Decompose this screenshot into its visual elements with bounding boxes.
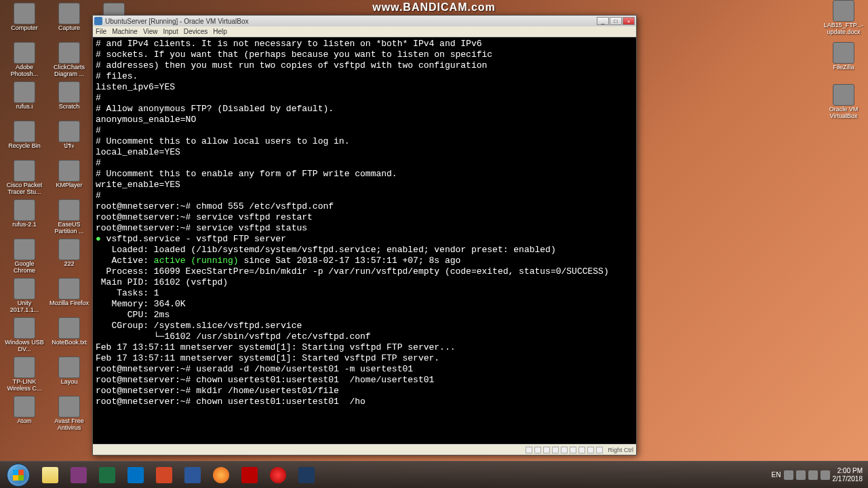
desktop-icon[interactable]: TP-LINK Wireless C... [3, 357, 46, 394]
desktop-icon[interactable]: rufus.i [3, 81, 46, 119]
desktop-icon[interactable]: Layou [47, 357, 91, 394]
start-button[interactable] [0, 462, 37, 489]
taskbar-ppt[interactable] [151, 464, 178, 486]
desktop-icon-image [14, 317, 35, 339]
desktop-icon[interactable]: Scratch [47, 81, 91, 119]
tray-action-center-icon[interactable] [796, 470, 806, 480]
terminal-line: root@mnetserver:~# useradd -d /home/user… [96, 364, 633, 375]
terminal-line: # [96, 125, 633, 136]
menu-machine[interactable]: Machine [112, 28, 138, 35]
terminal-line: # sockets. If you want that (perhaps bec… [96, 49, 633, 60]
terminal-line: root@mnetserver:~# chown usertest01:user… [96, 375, 633, 386]
desktop-icon-label: LAB15_FTP...-update.docx [823, 22, 865, 36]
desktop-icon-label: Adobe Photosh... [3, 64, 45, 78]
desktop-icon[interactable]: Capture [47, 3, 91, 41]
taskbar-onenote[interactable] [65, 464, 92, 486]
desktop-icon-label: Mozilla Firefox [50, 300, 89, 307]
terminal-line: # [96, 93, 633, 104]
system-tray[interactable]: EN 2:00 PM 2/17/2018 [772, 462, 868, 488]
tray-language[interactable]: EN [772, 471, 781, 479]
taskbar-opera[interactable] [264, 464, 292, 486]
taskbar-clock[interactable]: 2:00 PM 2/17/2018 [833, 467, 863, 483]
desktop-icon-label: Cisco Packet Tracer Stu... [3, 182, 45, 196]
taskbar-explorer[interactable] [37, 464, 64, 486]
terminal-line: Feb 17 13:57:11 mnetserver systemd[1]: S… [96, 353, 633, 364]
desktop-icon[interactable]: ClickCharts Diagram ... [47, 42, 91, 80]
desktop-icon[interactable]: Google Chrome [3, 239, 46, 277]
taskbar-vbox[interactable] [293, 464, 320, 486]
terminal-line: local_enable=YES [96, 147, 633, 158]
desktop-icon-image [14, 357, 35, 378]
optical-icon [534, 447, 541, 453]
desktop-icon-label: ClickCharts Diagram ... [48, 64, 90, 78]
tray-network-icon[interactable] [808, 470, 818, 480]
desktop-icon[interactable]: LAB15_FTP...-update.docx [822, 0, 865, 38]
desktop-icon[interactable]: 222 [47, 239, 91, 277]
taskbar-items [37, 462, 320, 488]
desktop-icon[interactable]: ประ [47, 121, 91, 159]
taskbar-excel[interactable] [94, 464, 121, 486]
minimize-button[interactable]: _ [597, 17, 609, 25]
tray-flag-icon[interactable] [784, 470, 793, 480]
windows-taskbar: EN 2:00 PM 2/17/2018 [0, 461, 868, 488]
terminal-output[interactable]: # and IPv4 clients. It is not necessary … [93, 37, 636, 444]
desktop-icons-right: LAB15_FTP...-update.docxFileZillaOracle … [822, 0, 865, 122]
cpu-icon [587, 447, 594, 453]
desktop-icon[interactable]: Avast Free Antivirus [47, 396, 91, 434]
menu-view[interactable]: View [143, 28, 158, 35]
terminal-line: Feb 17 13:57:11 mnetserver systemd[1]: S… [96, 342, 633, 353]
desktop-icon-image [833, 42, 854, 64]
desktop-icon-label: Capture [58, 25, 80, 32]
menu-help[interactable]: Help [213, 28, 227, 35]
terminal-line: # Allow anonymous FTP? (Disabled by defa… [96, 104, 633, 115]
desktop-icon[interactable]: FileZilla [822, 42, 865, 80]
desktop-icon[interactable]: Computer [3, 3, 46, 41]
desktop-icon-label: Windows USB DV... [3, 340, 45, 353]
desktop-icon[interactable]: Mozilla Firefox [47, 278, 91, 316]
desktop-icon[interactable]: Cisco Packet Tracer Stu... [3, 160, 46, 198]
maximize-button[interactable]: □ [610, 17, 622, 25]
terminal-line: Main PID: 16102 (vsftpd) [96, 277, 633, 288]
desktop-icon-label: Unity 2017.1.1... [3, 300, 45, 314]
tray-volume-icon[interactable] [821, 470, 830, 480]
menu-devices[interactable]: Devices [184, 28, 208, 35]
taskbar-firefox[interactable] [208, 464, 235, 486]
desktop-icon[interactable]: Atom [3, 396, 46, 434]
window-titlebar[interactable]: UbuntuServer [Running] - Oracle VM Virtu… [93, 16, 636, 26]
terminal-line: listen_ipv6=YES [96, 82, 633, 93]
desktop-icon[interactable]: rufus-2.1 [3, 199, 46, 237]
desktop-icon[interactable]: Adobe Photosh... [3, 42, 46, 80]
terminal-line: # files. [96, 71, 633, 82]
desktop-icon-label: Google Chrome [3, 261, 45, 274]
terminal-line: root@mnetserver:~# mkdir /home/usertest0… [96, 386, 633, 396]
desktop-icon-image [58, 317, 80, 339]
desktop-icon-label: KMPlayer [56, 182, 82, 189]
desktop-icon[interactable]: KMPlayer [47, 160, 91, 198]
desktop-icon[interactable]: Unity 2017.1.1... [3, 278, 46, 316]
terminal-line: # [96, 190, 633, 201]
terminal-line: anonymous_enable=NO [96, 115, 633, 125]
menu-bar: FileMachineViewInputDevicesHelp [93, 26, 636, 37]
onenote-icon [71, 467, 87, 483]
taskbar-outlook[interactable] [122, 464, 149, 486]
network-icon [543, 447, 550, 453]
clock-time: 2:00 PM [833, 467, 863, 475]
desktop-icon[interactable]: EaseUS Partition ... [47, 199, 91, 237]
desktop-icon-image [833, 0, 854, 22]
menu-file[interactable]: File [96, 28, 106, 35]
terminal-line: root@mnetserver:~# service vsftpd restar… [96, 212, 633, 223]
terminal-line: root@mnetserver:~# chown usertest01:user… [96, 396, 633, 407]
taskbar-word[interactable] [179, 464, 206, 486]
menu-input[interactable]: Input [163, 28, 178, 35]
close-button[interactable]: × [623, 17, 635, 25]
terminal-line: # and IPv4 clients. It is not necessary … [96, 39, 633, 49]
desktop-icon[interactable]: Windows USB DV... [3, 317, 46, 355]
desktop-icon-image [833, 84, 854, 106]
taskbar-filezilla[interactable] [236, 464, 263, 486]
desktop-icon[interactable]: NoteBook.txt [47, 317, 91, 355]
desktop-icon[interactable]: Recycle Bin [3, 121, 46, 159]
desktop-icon-image [14, 3, 35, 24]
terminal-line: CPU: 2ms [96, 310, 633, 321]
word-icon [184, 467, 201, 483]
desktop-icon[interactable]: Oracle VM VirtualBox [822, 84, 865, 122]
